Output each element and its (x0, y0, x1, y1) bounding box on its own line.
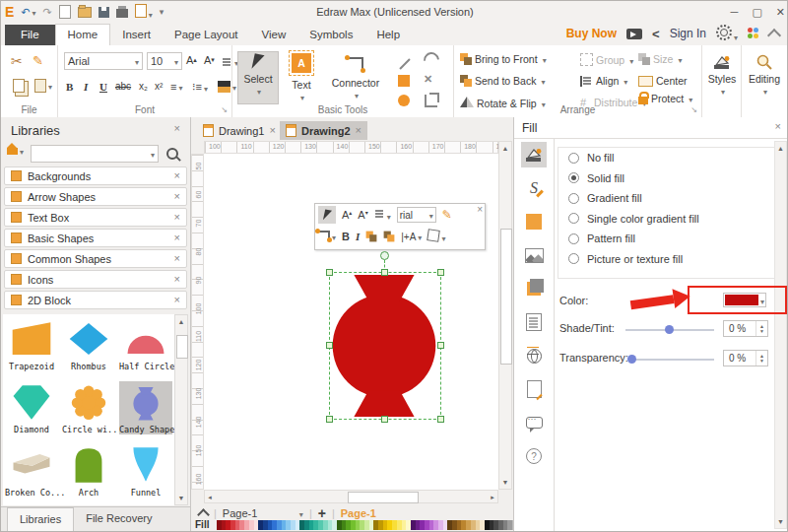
library-item[interactable]: Icons× (4, 270, 187, 289)
canvas-v-scrollbar[interactable]: ▲ ▼ (498, 141, 512, 490)
resize-handle[interactable] (326, 416, 333, 423)
resize-handle[interactable] (381, 269, 388, 276)
drawing-tab-1[interactable]: Drawing1× (197, 121, 282, 140)
close-icon[interactable]: × (174, 295, 180, 305)
shade-tint-spinner[interactable]: 0 %▲▼ (723, 320, 768, 337)
center-button[interactable]: Center (638, 75, 688, 87)
export-icon[interactable] (135, 4, 153, 20)
tab-page-layout[interactable]: Page Layout (163, 25, 250, 45)
close-icon[interactable]: × (775, 121, 781, 132)
close-icon[interactable]: × (174, 233, 180, 243)
size-button[interactable]: Size (638, 53, 682, 65)
library-item[interactable]: Common Shapes× (4, 249, 187, 268)
mini-send-back-icon[interactable] (384, 232, 395, 242)
slider-thumb[interactable] (665, 325, 674, 334)
underline-icon[interactable]: U (99, 81, 107, 93)
close-icon[interactable]: × (269, 125, 275, 136)
radio-icon[interactable] (568, 193, 579, 204)
community-icon[interactable] (748, 28, 759, 39)
strikethrough-icon[interactable]: abc (115, 81, 131, 92)
print-icon[interactable] (116, 9, 128, 18)
scroll-down-icon[interactable]: ▼ (499, 476, 511, 489)
transparency-spinner[interactable]: 0 %▲▼ (723, 350, 768, 366)
note-page-icon[interactable] (521, 376, 547, 402)
library-search-input[interactable] (31, 145, 159, 163)
line-spacing-icon[interactable]: ≡ (170, 81, 182, 93)
resize-handle[interactable] (381, 416, 388, 423)
format-painter-icon[interactable]: ✎ (33, 53, 43, 68)
scroll-down-icon[interactable]: ▼ (775, 515, 786, 528)
fill-option-solid-fill[interactable]: Solid fill (558, 168, 777, 189)
resize-handle[interactable] (437, 269, 444, 276)
delete-tool-icon[interactable]: ✕ (424, 73, 432, 86)
close-icon[interactable]: × (477, 204, 483, 215)
home-icon[interactable] (7, 143, 24, 157)
mini-font-select[interactable]: rial (397, 207, 436, 223)
align-button[interactable]: Align (580, 75, 627, 87)
page-dropdown-icon[interactable] (297, 507, 303, 519)
shape-rhombus[interactable]: Rhombus (62, 318, 115, 371)
undo-button[interactable]: ↶ (21, 6, 35, 19)
tab-file[interactable]: File (5, 25, 55, 45)
fill-tool-icon[interactable] (521, 142, 547, 167)
picture-icon[interactable] (521, 242, 547, 268)
protect-button[interactable]: Protect (638, 93, 692, 104)
close-icon[interactable]: × (174, 274, 180, 285)
close-icon[interactable]: × (174, 191, 180, 202)
shape-arch[interactable]: Arch (62, 444, 115, 498)
scroll-left-icon[interactable]: ◂ (205, 494, 215, 501)
shrink-font-icon[interactable]: A▾ (204, 54, 215, 66)
mini-format-painter-icon[interactable]: ✎ (442, 208, 452, 222)
scroll-right-icon[interactable]: ▸ (488, 494, 497, 501)
panel-scrollbar[interactable]: ▲ ▼ (774, 141, 787, 529)
mini-bold-icon[interactable]: B (342, 231, 350, 242)
collapse-ribbon-icon[interactable] (767, 29, 781, 42)
tab-view[interactable]: View (250, 25, 298, 45)
shape-scalloped-circle[interactable]: Circle wi... (62, 381, 115, 434)
resize-handle[interactable] (437, 416, 444, 423)
italic-icon[interactable]: I (84, 81, 88, 93)
shade-tint-slider[interactable] (625, 329, 714, 331)
grow-font-icon[interactable]: A▴ (186, 54, 197, 66)
editing-button[interactable]: Editing (743, 53, 786, 97)
minimize-button[interactable]: ─ (731, 6, 739, 19)
library-item[interactable]: Basic Shapes× (4, 229, 187, 247)
help-icon[interactable]: ? (521, 443, 547, 469)
line-tool-icon[interactable] (398, 55, 412, 67)
tab-libraries[interactable]: Libraries (7, 507, 74, 532)
close-icon[interactable]: × (174, 212, 180, 223)
scrollbar-thumb[interactable] (348, 492, 419, 503)
mini-bring-front-icon[interactable] (366, 232, 377, 242)
share-icon[interactable]: < (652, 27, 660, 41)
close-button[interactable]: ✕ (776, 6, 785, 19)
library-item[interactable]: Arrow Shapes× (4, 187, 187, 206)
styles-button[interactable]: Styles (700, 53, 744, 97)
radio-icon[interactable] (568, 153, 579, 164)
connector-tool-button[interactable]: Connector (327, 51, 384, 100)
scroll-up-icon[interactable]: ▲ (175, 315, 187, 328)
add-page-button[interactable]: + (318, 505, 326, 521)
tab-symbols[interactable]: Symbols (297, 25, 364, 45)
resize-handle[interactable] (437, 342, 444, 349)
copy-icon[interactable] (13, 79, 25, 93)
scroll-up-icon[interactable]: ▲ (775, 142, 786, 155)
mini-shrink-font-icon[interactable]: A▾ (358, 209, 367, 221)
drawing-tab-2[interactable]: Drawing2× (280, 121, 367, 140)
mini-connector-icon[interactable] (318, 231, 336, 242)
mini-spacing-icon[interactable]: |+A (401, 232, 422, 242)
library-item[interactable]: Backgrounds× (4, 166, 187, 185)
shape-half-circle[interactable]: Half Circle (119, 318, 172, 371)
fill-option-pattern-fill[interactable]: Pattern fill (558, 229, 777, 249)
close-icon[interactable]: × (174, 170, 180, 181)
tab-home[interactable]: Home (55, 24, 111, 45)
superscript-icon[interactable]: x² (155, 81, 163, 92)
group-button[interactable]: Group (580, 53, 633, 66)
bullets-icon[interactable]: ⁝≡ (192, 81, 208, 94)
font-family-select[interactable]: Arial (64, 52, 143, 70)
shape-trapezoid[interactable]: Trapezoid (5, 318, 58, 371)
search-icon[interactable] (166, 148, 178, 162)
shape-broken-cone[interactable]: Broken Co... (5, 444, 58, 498)
open-folder-icon[interactable] (78, 7, 92, 18)
active-page-tab[interactable]: Page-1 (341, 507, 376, 519)
redo-button[interactable]: ↷ (43, 6, 52, 19)
